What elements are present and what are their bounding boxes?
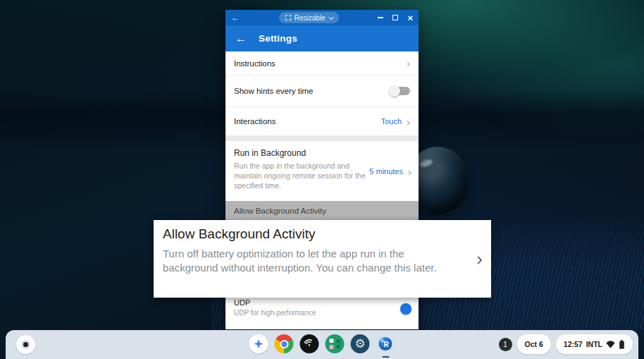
chromeos-desktop: ← Resizable × ← Settings Instructions xyxy=(0,0,644,359)
interactions-label: Interactions xyxy=(234,117,275,126)
chevron-right-icon: › xyxy=(408,166,411,176)
caption-back-icon[interactable]: ← xyxy=(231,13,240,22)
run-text-column: Run in Background Run the app in the bac… xyxy=(234,148,372,191)
grid-square-teal xyxy=(337,339,340,343)
launcher-dot xyxy=(23,342,28,347)
chromeos-shelf: ⚙ R 1 Oct 6 xyxy=(6,330,638,359)
apps-grid-icon xyxy=(330,339,340,349)
running-app-indicator xyxy=(382,356,389,358)
time-label: 12:57 xyxy=(564,340,583,348)
resize-frame-icon xyxy=(285,15,291,20)
minimize-button[interactable] xyxy=(378,17,383,18)
show-hints-toggle[interactable] xyxy=(390,87,410,95)
back-arrow-icon[interactable]: ← xyxy=(235,33,247,44)
allow-background-activity-label: Allow Background Activity xyxy=(234,207,326,215)
run-in-background-label: Run in Background xyxy=(234,148,372,158)
callout-title: Allow Background Activity xyxy=(163,226,481,242)
show-hints-label: Show hints every time xyxy=(234,87,314,95)
close-button[interactable]: × xyxy=(407,13,413,23)
remote-broadcast-app-icon[interactable] xyxy=(300,334,319,353)
run-in-background-description: Run the app in the background and mainta… xyxy=(234,161,372,191)
udp-description: UDP for high-performance xyxy=(234,309,316,317)
notification-counter[interactable]: 1 xyxy=(499,338,512,351)
divider xyxy=(225,329,419,329)
gear-icon: ⚙ xyxy=(354,338,365,350)
launcher-circle-icon xyxy=(21,340,30,349)
row-show-hints[interactable]: Show hints every time xyxy=(225,75,419,107)
wifi-icon xyxy=(606,341,615,348)
assistant-star-app-icon[interactable] xyxy=(249,334,268,353)
remotepc-circle: R xyxy=(379,337,392,351)
section-divider xyxy=(225,135,419,141)
keyboard-layout-label: INTL xyxy=(586,340,602,348)
caption-center: Resizable xyxy=(240,12,378,23)
shelf-app-icons: ⚙ R xyxy=(249,334,395,353)
quick-settings-pill[interactable]: 12:57 INTL xyxy=(556,334,633,354)
row-instructions[interactable]: Instructions › xyxy=(225,51,419,75)
grid-square-white xyxy=(330,339,334,343)
grid-square-pink xyxy=(330,345,334,349)
apps-grid-app-icon[interactable] xyxy=(326,334,345,353)
settings-app-icon[interactable]: ⚙ xyxy=(351,334,370,353)
toggle-knob xyxy=(389,85,400,97)
date-pill[interactable]: Oct 6 xyxy=(517,334,551,354)
grid-square-teal xyxy=(337,345,340,348)
settings-app-bar: ← Settings xyxy=(225,25,419,51)
maximize-button[interactable] xyxy=(392,15,398,20)
callout-body: Turn off battery optimization to let the… xyxy=(163,247,462,275)
chevron-right-icon: › xyxy=(407,116,410,127)
signal-arcs-icon xyxy=(304,339,315,350)
run-in-background-value: 5 minutes xyxy=(369,167,403,176)
row-run-in-background[interactable]: Run in Background Run the app in the bac… xyxy=(225,141,419,201)
four-point-star-icon xyxy=(254,339,264,349)
date-label: Oct 6 xyxy=(525,340,543,348)
instructions-label: Instructions xyxy=(234,59,275,68)
chrome-app-icon[interactable] xyxy=(275,334,294,353)
chevron-down-icon xyxy=(328,15,333,20)
window-caption-bar: ← Resizable × xyxy=(225,10,419,25)
page-title: Settings xyxy=(259,33,297,44)
udp-text-column: UDP UDP for high-performance xyxy=(234,298,316,317)
allow-background-activity-callout[interactable]: Allow Background Activity Turn off batte… xyxy=(154,220,491,298)
udp-label: UDP xyxy=(234,298,316,307)
chrome-center-dot xyxy=(280,340,288,348)
battery-icon xyxy=(619,340,625,349)
window-controls: × xyxy=(378,13,413,23)
remotepc-letter: R xyxy=(383,341,388,348)
row-allow-background-activity[interactable]: Allow Background Activity xyxy=(225,201,419,220)
resizable-label: Resizable xyxy=(295,14,326,22)
status-tray: 1 Oct 6 12:57 INTL xyxy=(499,334,633,354)
row-udp[interactable]: UDP UDP for high-performance xyxy=(225,298,419,326)
toggle-knob xyxy=(400,303,411,315)
remotepc-app-icon[interactable]: R xyxy=(376,334,395,353)
resizable-dropdown-button[interactable]: Resizable xyxy=(279,12,339,23)
launcher-button[interactable] xyxy=(16,335,35,354)
chevron-right-icon: › xyxy=(476,250,483,268)
run-right-group: 5 minutes › xyxy=(369,166,411,176)
row-interactions[interactable]: Interactions Touch › xyxy=(225,107,419,135)
chevron-right-icon: › xyxy=(407,58,410,68)
interactions-value: Touch xyxy=(381,117,402,126)
